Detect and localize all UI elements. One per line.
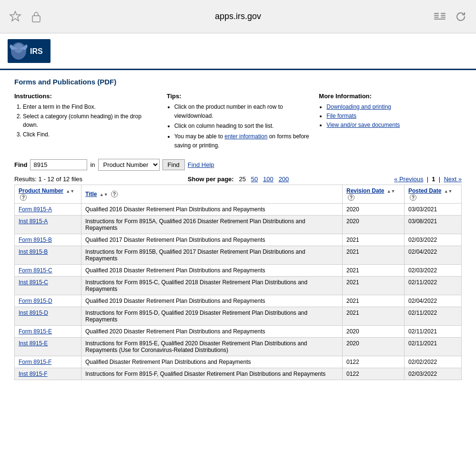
browser-bar: apps.irs.gov	[0, 0, 476, 33]
cell-product-number: Form 8915-C	[15, 265, 81, 277]
cell-posted-date: 02/03/2022	[405, 234, 462, 246]
table-row: Form 8915-CQualified 2018 Disaster Retir…	[15, 265, 462, 277]
irs-header: IRS	[0, 33, 476, 70]
cell-posted-date: 03/08/2021	[405, 216, 462, 234]
svg-rect-2	[434, 13, 439, 14]
search-category-select[interactable]: Product Number Title Revision Date Poste…	[98, 159, 160, 171]
cell-title: Instructions for Form 8915-E, Qualified …	[81, 338, 343, 356]
tips-heading: Tips:	[167, 93, 310, 100]
tip-3: You may be able to enter information on …	[174, 132, 310, 150]
product-number-link[interactable]: Form 8915-A	[19, 206, 52, 213]
sort-product-number-link[interactable]: Product Number	[19, 187, 63, 194]
table-row: Inst 8915-CInstructions for Form 8915-C,…	[15, 277, 462, 295]
tips-col: Tips: Click on the product number in eac…	[167, 93, 310, 151]
pagination: « Previous | 1 | Next »	[394, 176, 462, 183]
more-info-list: Downloading and printing File formats Vi…	[319, 103, 462, 130]
help-icon-posted[interactable]: ?	[410, 194, 416, 201]
view-save-link[interactable]: View and/or save documents	[326, 122, 400, 128]
sort-revision-link[interactable]: Revision Date	[346, 187, 384, 194]
refresh-icon[interactable]	[453, 9, 468, 24]
col-header-revision-date: Revision Date ▲▼ ?	[343, 185, 405, 204]
find-help-link[interactable]: Find Help	[188, 161, 214, 168]
cell-title: Qualified 2017 Disaster Retirement Plan …	[81, 234, 343, 246]
instruction-step-1: Enter a term in the Find Box.	[23, 103, 157, 111]
cell-posted-date: 02/02/2022	[405, 356, 462, 368]
product-number-link[interactable]: Form 8915-E	[19, 328, 52, 335]
page-title: Forms and Publications (PDF)	[14, 78, 462, 86]
cell-posted-date: 02/11/2022	[405, 277, 462, 295]
svg-rect-7	[441, 17, 446, 18]
show-per-page: Show per page: 25 50 100 200	[188, 176, 289, 183]
results-table-container: Product Number ▲▼ ? Title ▲▼ ? Revision …	[14, 185, 462, 381]
tip-2: Click on column heading to sort the list…	[174, 122, 310, 131]
downloading-link[interactable]: Downloading and printing	[326, 103, 391, 110]
cell-title: Instructions for Form 8915-D, Qualified …	[81, 307, 343, 326]
product-number-link[interactable]: Inst 8915-B	[19, 248, 48, 255]
cell-product-number: Inst 8915-B	[15, 246, 81, 265]
more-info-item-3: View and/or save documents	[326, 121, 462, 130]
file-formats-link[interactable]: File formats	[326, 113, 356, 119]
cell-posted-date: 02/04/2022	[405, 246, 462, 265]
sort-posted-link[interactable]: Posted Date	[408, 187, 441, 194]
cell-revision-date: 2021	[343, 277, 405, 295]
help-icon-product[interactable]: ?	[20, 194, 27, 201]
cell-title: Instructions for Form 8915A, Qualified 2…	[81, 216, 343, 234]
product-number-link[interactable]: Inst 8915-A	[19, 218, 48, 225]
cell-posted-date: 02/11/2021	[405, 338, 462, 356]
svg-rect-5	[441, 13, 446, 14]
per-page-100[interactable]: 100	[263, 176, 273, 183]
cell-revision-date: 2021	[343, 307, 405, 326]
cell-product-number: Form 8915-E	[15, 326, 81, 338]
cell-product-number: Form 8915-D	[15, 295, 81, 307]
find-bar: Find in Product Number Title Revision Da…	[14, 159, 462, 171]
bookmark-icon[interactable]	[8, 9, 23, 24]
search-input[interactable]	[30, 159, 87, 170]
cell-posted-date: 02/11/2021	[405, 326, 462, 338]
product-number-link[interactable]: Form 8915-C	[19, 267, 52, 274]
cell-revision-date: 2021	[343, 295, 405, 307]
url-text: apps.irs.gov	[215, 11, 261, 21]
cell-posted-date: 02/04/2022	[405, 295, 462, 307]
reader-mode-icon[interactable]	[432, 9, 447, 24]
col-header-product-number: Product Number ▲▼ ?	[15, 185, 81, 204]
cell-product-number: Form 8915-B	[15, 234, 81, 246]
help-icon-title[interactable]: ?	[111, 191, 118, 197]
table-row: Inst 8915-AInstructions for Form 8915A, …	[15, 216, 462, 234]
product-number-link[interactable]: Inst 8915-C	[19, 279, 48, 286]
svg-rect-3	[434, 15, 439, 16]
url-bar[interactable]: apps.irs.gov	[44, 11, 432, 21]
cell-posted-date: 03/03/2021	[405, 204, 462, 216]
product-number-link[interactable]: Form 8915-D	[19, 298, 52, 304]
cell-revision-date: 2020	[343, 204, 405, 216]
cell-revision-date: 2021	[343, 234, 405, 246]
table-row: Form 8915-FQualified Disaster Retirement…	[15, 356, 462, 368]
cell-revision-date: 2021	[343, 265, 405, 277]
cell-revision-date: 2021	[343, 246, 405, 265]
help-icon-revision[interactable]: ?	[348, 194, 354, 201]
sort-title-link[interactable]: Title	[85, 191, 97, 197]
enter-information-link[interactable]: enter information	[224, 133, 267, 140]
results-info-bar: Results: 1 - 12 of 12 files Show per pag…	[14, 176, 462, 183]
find-button[interactable]: Find	[162, 159, 185, 170]
next-page-link[interactable]: Next »	[444, 176, 462, 183]
cell-revision-date: 0122	[343, 368, 405, 380]
in-label: in	[90, 161, 95, 168]
per-page-50[interactable]: 50	[251, 176, 258, 183]
lock-icon	[29, 9, 44, 24]
table-row: Form 8915-EQualified 2020 Disaster Retir…	[15, 326, 462, 338]
table-row: Form 8915-BQualified 2017 Disaster Retir…	[15, 234, 462, 246]
per-page-200[interactable]: 200	[279, 176, 289, 183]
product-number-link[interactable]: Inst 8915-E	[19, 340, 48, 347]
table-row: Form 8915-AQualified 2016 Disaster Retir…	[15, 204, 462, 216]
svg-marker-0	[10, 11, 20, 21]
sort-arrows-product: ▲▼	[66, 189, 74, 194]
product-number-link[interactable]: Form 8915-F	[19, 359, 51, 365]
sort-arrows-posted: ▲▼	[444, 189, 453, 194]
product-number-link[interactable]: Form 8915-B	[19, 237, 52, 243]
table-row: Inst 8915-DInstructions for Form 8915-D,…	[15, 307, 462, 326]
product-number-link[interactable]: Inst 8915-D	[19, 310, 48, 316]
irs-logo: IRS	[8, 39, 51, 63]
instruction-step-3: Click Find.	[23, 130, 157, 139]
prev-page-link[interactable]: « Previous	[394, 176, 423, 183]
product-number-link[interactable]: Inst 8915-F	[19, 371, 48, 377]
